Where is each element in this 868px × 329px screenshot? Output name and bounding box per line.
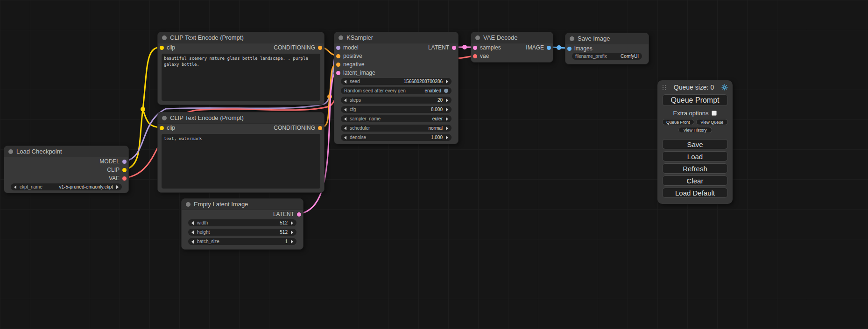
widget-prev-arrow-icon[interactable] bbox=[344, 117, 346, 121]
widget-prev-arrow-icon[interactable] bbox=[344, 136, 346, 140]
positive-input-slot[interactable] bbox=[336, 54, 340, 58]
collapse-dot-icon[interactable] bbox=[162, 35, 167, 40]
batch-size-widget[interactable]: batch_size 1 bbox=[188, 238, 296, 245]
node-title-bar[interactable]: Load Checkpoint bbox=[4, 146, 128, 157]
widget-prev-arrow-icon[interactable] bbox=[344, 80, 346, 84]
clip-input-slot[interactable] bbox=[160, 126, 164, 130]
node-vae-decode[interactable]: VAE Decode samples IMAGE vae bbox=[471, 32, 553, 63]
widget-next-arrow-icon[interactable] bbox=[446, 136, 448, 140]
view-queue-button[interactable]: View Queue bbox=[696, 119, 728, 125]
widget-prev-arrow-icon[interactable] bbox=[191, 221, 194, 225]
collapse-dot-icon[interactable] bbox=[8, 149, 13, 154]
images-input-slot[interactable] bbox=[567, 47, 572, 51]
node-title-bar[interactable]: CLIP Text Encode (Prompt) bbox=[158, 112, 324, 124]
samples-input-slot[interactable] bbox=[473, 46, 477, 50]
settings-gear-icon[interactable] bbox=[721, 84, 728, 91]
node-clip-text-encode-positive[interactable]: CLIP Text Encode (Prompt) clip CONDITION… bbox=[157, 32, 325, 105]
collapse-dot-icon[interactable] bbox=[570, 36, 574, 41]
refresh-button[interactable]: Refresh bbox=[662, 163, 728, 174]
latent-output-slot[interactable] bbox=[297, 212, 301, 217]
widget-next-arrow-icon[interactable] bbox=[446, 117, 448, 121]
collapse-dot-icon[interactable] bbox=[162, 116, 167, 120]
widget-label: denoise bbox=[350, 135, 366, 140]
conditioning-output-slot[interactable] bbox=[318, 126, 322, 130]
denoise-widget[interactable]: denoise 1.000 bbox=[341, 134, 452, 141]
widget-label: scheduler bbox=[350, 126, 370, 131]
image-output-slot[interactable] bbox=[547, 46, 551, 50]
clear-button[interactable]: Clear bbox=[662, 175, 728, 186]
filename-prefix-widget[interactable]: filename_prefix ComfyUI bbox=[572, 53, 642, 60]
node-title-bar[interactable]: Empty Latent Image bbox=[182, 199, 303, 210]
node-title-bar[interactable]: CLIP Text Encode (Prompt) bbox=[158, 32, 324, 43]
widget-value: normal bbox=[428, 126, 443, 131]
widget-next-arrow-icon[interactable] bbox=[446, 80, 448, 84]
collapse-dot-icon[interactable] bbox=[186, 202, 191, 207]
load-button[interactable]: Load bbox=[662, 151, 728, 161]
slot-label: VAE bbox=[109, 175, 120, 182]
widget-next-arrow-icon[interactable] bbox=[446, 108, 448, 112]
cfg-widget[interactable]: cfg 8.000 bbox=[341, 106, 452, 113]
ckpt-name-widget[interactable]: ckpt_name v1-5-pruned-emaonly.ckpt bbox=[11, 183, 122, 190]
prompt-textarea[interactable]: beautiful scenery nature glass bottle la… bbox=[162, 54, 320, 101]
collapse-dot-icon[interactable] bbox=[339, 35, 343, 40]
widget-next-arrow-icon[interactable] bbox=[116, 185, 119, 189]
widget-prev-arrow-icon[interactable] bbox=[344, 98, 346, 102]
model-input-slot[interactable] bbox=[336, 46, 340, 50]
widget-prev-arrow-icon[interactable] bbox=[344, 126, 346, 130]
view-history-button[interactable]: View History bbox=[678, 127, 712, 133]
scheduler-widget[interactable]: scheduler normal bbox=[341, 125, 452, 132]
toggle-dot-icon[interactable] bbox=[444, 89, 448, 93]
node-title-bar[interactable]: Save Image bbox=[565, 33, 649, 44]
node-title: CLIP Text Encode (Prompt) bbox=[170, 114, 244, 121]
node-title-bar[interactable]: VAE Decode bbox=[471, 32, 553, 43]
widget-next-arrow-icon[interactable] bbox=[446, 98, 448, 102]
node-load-checkpoint[interactable]: Load Checkpoint MODEL CLIP VAE ckpt_name… bbox=[4, 146, 129, 193]
collapse-dot-icon[interactable] bbox=[475, 35, 480, 40]
queue-prompt-button[interactable]: Queue Prompt bbox=[662, 94, 728, 106]
node-empty-latent-image[interactable]: Empty Latent Image LATENT width 512 heig… bbox=[181, 198, 303, 250]
conditioning-output-slot[interactable] bbox=[318, 46, 322, 50]
widget-prev-arrow-icon[interactable] bbox=[344, 108, 346, 112]
random-seed-widget[interactable]: Random seed after every gen enabled bbox=[341, 87, 452, 94]
slot-label: clip bbox=[167, 44, 175, 51]
latent-output-slot[interactable] bbox=[452, 46, 456, 50]
model-output-slot[interactable] bbox=[122, 160, 127, 164]
load-default-button[interactable]: Load Default bbox=[662, 188, 728, 198]
widget-label: cfg bbox=[350, 107, 356, 112]
negative-input-slot[interactable] bbox=[336, 63, 340, 67]
widget-next-arrow-icon[interactable] bbox=[291, 231, 293, 234]
seed-widget[interactable]: seed 156680208700286 bbox=[341, 78, 452, 85]
node-ksampler[interactable]: KSampler model LATENT positive negative … bbox=[334, 32, 459, 144]
node-title: KSampler bbox=[346, 34, 373, 41]
clip-output-slot[interactable] bbox=[122, 168, 127, 172]
vae-input-slot[interactable] bbox=[473, 54, 477, 58]
queue-size-label: Queue size: 0 bbox=[674, 84, 714, 91]
width-widget[interactable]: width 512 bbox=[188, 219, 296, 226]
steps-widget[interactable]: steps 20 bbox=[341, 97, 452, 104]
widget-next-arrow-icon[interactable] bbox=[446, 126, 448, 130]
node-title-bar[interactable]: KSampler bbox=[334, 32, 458, 43]
queue-front-button[interactable]: Queue Front bbox=[662, 119, 694, 125]
widget-prev-arrow-icon[interactable] bbox=[14, 185, 16, 189]
widget-next-arrow-icon[interactable] bbox=[291, 221, 293, 225]
widget-value: enabled bbox=[424, 88, 441, 93]
node-save-image[interactable]: Save Image images filename_prefix ComfyU… bbox=[565, 33, 649, 64]
prompt-textarea[interactable]: text, watermark bbox=[162, 134, 320, 189]
height-widget[interactable]: height 512 bbox=[188, 229, 296, 236]
widget-value: v1-5-pruned-emaonly.ckpt bbox=[59, 184, 113, 189]
comfy-menu[interactable]: Queue size: 0 Queue Prompt Extra options… bbox=[657, 80, 733, 204]
graph-canvas[interactable]: Load Checkpoint MODEL CLIP VAE ckpt_name… bbox=[0, 0, 868, 329]
widget-prev-arrow-icon[interactable] bbox=[191, 240, 194, 244]
widget-label: width bbox=[197, 220, 208, 225]
vae-output-slot[interactable] bbox=[122, 176, 127, 181]
save-button[interactable]: Save bbox=[662, 139, 728, 149]
widget-prev-arrow-icon[interactable] bbox=[191, 231, 194, 234]
extra-options-checkbox[interactable] bbox=[712, 111, 717, 116]
menu-drag-handle-icon[interactable] bbox=[662, 84, 666, 91]
widget-value: 512 bbox=[280, 230, 288, 235]
node-clip-text-encode-negative[interactable]: CLIP Text Encode (Prompt) clip CONDITION… bbox=[157, 112, 325, 193]
sampler-name-widget[interactable]: sampler_name euler bbox=[341, 115, 452, 122]
widget-next-arrow-icon[interactable] bbox=[291, 240, 293, 244]
latent-image-input-slot[interactable] bbox=[336, 71, 340, 75]
clip-input-slot[interactable] bbox=[160, 46, 164, 50]
